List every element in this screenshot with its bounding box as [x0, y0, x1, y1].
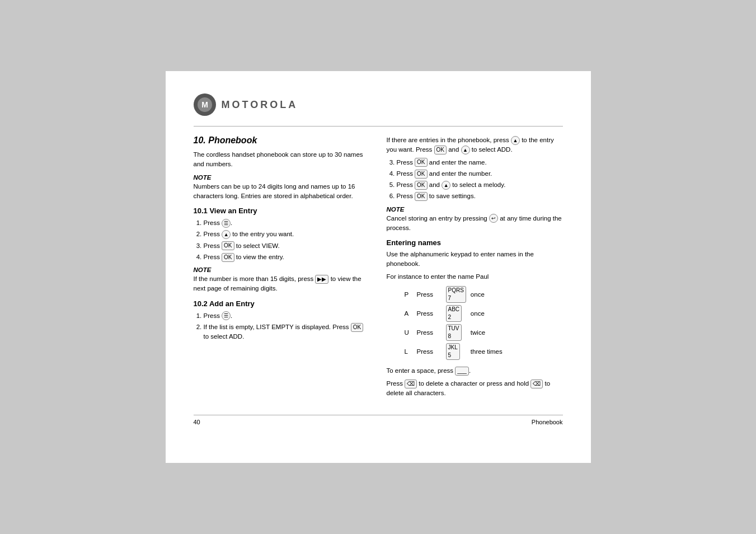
del-key2: ⌫ [530, 380, 543, 388]
back-icon: ↩ [489, 214, 498, 223]
intro-text: The cordless handset phonebook can store… [194, 150, 370, 170]
table-row: L Press JKL5 three times [405, 343, 506, 360]
step-101-3: Press OK to select VIEW. [204, 241, 370, 251]
page-icon: ▶▶ [315, 275, 328, 284]
note-101-label: NOTE [194, 266, 370, 273]
letter-a: A [405, 305, 416, 322]
key-5: JKL5 [446, 343, 460, 360]
table-row: A Press ABC2 once [405, 305, 506, 322]
left-column: 10. Phonebook The cordless handset phone… [194, 135, 370, 401]
step-r4: Press OK and enter the number. [397, 169, 563, 179]
key-8: TUV8 [446, 324, 462, 341]
logo-area: M MOTOROLA [194, 93, 563, 116]
ok-icon-r1: OK [434, 146, 447, 154]
ok-icon: OK [222, 241, 234, 250]
freq-p: once [471, 285, 506, 303]
right-intro: If there are entries in the phonebook, p… [387, 135, 563, 155]
svg-text:M: M [201, 100, 208, 109]
brand-name: MOTOROLA [222, 99, 298, 111]
step-101-1: Press ☰. [204, 218, 370, 228]
key-u: TUV8 [446, 324, 469, 341]
chapter-title: 10. Phonebook [194, 135, 370, 146]
header-divider [194, 126, 563, 127]
action-l: Press [417, 343, 445, 360]
note-101-text: If the number is more than 15 digits, pr… [194, 274, 370, 294]
section-101-steps: Press ☰. Press ▲ to the entry you want. … [194, 218, 370, 262]
note1-label: NOTE [194, 174, 370, 181]
note-right-label: NOTE [387, 206, 563, 213]
table-row: U Press TUV8 twice [405, 324, 506, 341]
letter-u: U [405, 324, 416, 341]
section-102-title: 10.2 Add an Entry [194, 299, 370, 308]
delete-text: Press ⌫ to delete a character or press a… [387, 379, 563, 399]
step-r3: Press OK and enter the name. [397, 158, 563, 167]
footer-section-name: Phonebook [532, 419, 563, 425]
key-p: PQRS7 [446, 285, 469, 303]
menu-icon2: ☰ [222, 311, 231, 320]
right-steps: Press OK and enter the name. Press OK an… [387, 158, 563, 202]
key-7: PQRS7 [446, 286, 466, 303]
ok-icon2: OK [222, 253, 234, 262]
content-area: 10. Phonebook The cordless handset phone… [194, 135, 563, 401]
entering-names-example: For instance to enter the name Paul [387, 272, 563, 282]
step-r6: Press OK to save settings. [397, 191, 563, 201]
action-u: Press [417, 324, 445, 341]
space-text: To enter a space, press ___. [387, 366, 563, 376]
table-row: P Press PQRS7 once [405, 285, 506, 303]
nav-icon-r2: ▲ [461, 146, 470, 154]
step-r5: Press OK and ▲ to select a melody. [397, 180, 563, 190]
freq-u: twice [471, 324, 506, 341]
footer-bar: 40 Phonebook [194, 415, 563, 425]
key-a: ABC2 [446, 305, 469, 322]
step-102-1: Press ☰. [204, 311, 370, 321]
step-101-2: Press ▲ to the entry you want. [204, 229, 370, 239]
key-2: ABC2 [446, 305, 462, 322]
action-p: Press [417, 285, 445, 303]
menu-icon: ☰ [222, 219, 231, 228]
entering-names-intro: Use the alphanumeric keypad to enter nam… [387, 250, 563, 269]
nav-up-icon: ▲ [222, 230, 231, 239]
motorola-logo-icon: M [194, 93, 216, 116]
step-102-2: If the list is empty, LIST EMPTY is disp… [204, 322, 370, 342]
footer-page-number: 40 [194, 419, 200, 425]
letter-p: P [405, 285, 416, 303]
document-page: M MOTOROLA 10. Phonebook The cordless ha… [166, 71, 591, 463]
right-column: If there are entries in the phonebook, p… [387, 135, 563, 401]
section-101-title: 10.1 View an Entry [194, 207, 370, 215]
note1-text: Numbers can be up to 24 digits long and … [194, 182, 370, 202]
ok-icon-r3: OK [415, 158, 427, 167]
freq-a: once [471, 305, 506, 322]
step-101-4: Press OK to view the entry. [204, 252, 370, 262]
ok-icon-r5: OK [415, 181, 427, 190]
note-right-text: Cancel storing an entry by pressing ↩ at… [387, 214, 563, 233]
ok-icon-r4: OK [415, 170, 427, 179]
freq-l: three times [471, 343, 506, 360]
letter-l: L [405, 343, 416, 360]
section-102-steps: Press ☰. If the list is empty, LIST EMPT… [194, 311, 370, 342]
ok-icon3: OK [351, 323, 363, 332]
nav-icon-r1: ▲ [511, 136, 520, 145]
entering-names-title: Entering names [387, 238, 563, 247]
action-a: Press [417, 305, 445, 322]
ok-icon-r6: OK [415, 192, 427, 201]
space-key: ___ [455, 367, 469, 376]
name-table: P Press PQRS7 once A Press ABC2 once U P… [403, 284, 507, 362]
del-key: ⌫ [405, 380, 417, 388]
nav-icon-r5: ▲ [442, 181, 450, 190]
key-l: JKL5 [446, 343, 469, 360]
